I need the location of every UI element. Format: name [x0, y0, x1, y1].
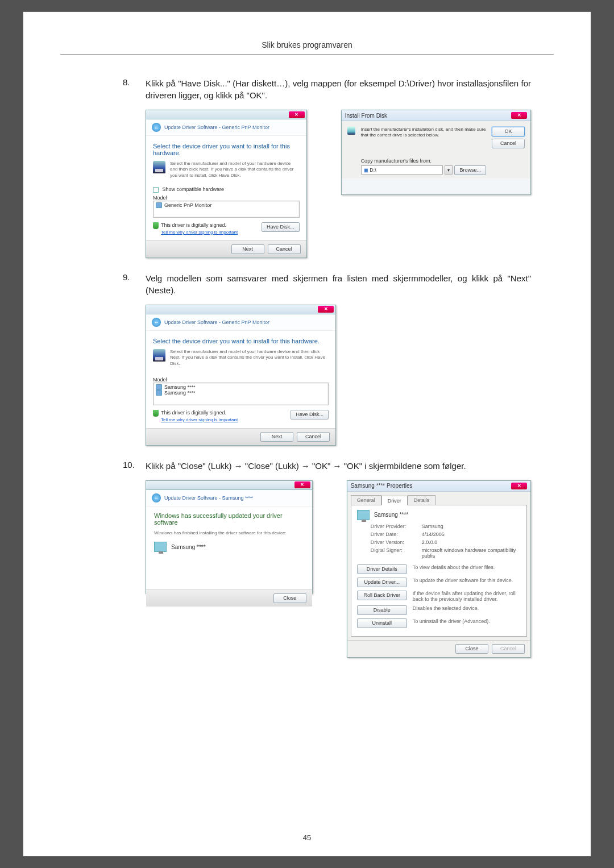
cancel-button[interactable]: Cancel — [268, 244, 301, 254]
path-value: D:\ — [370, 167, 376, 173]
list-item[interactable]: Samsung **** — [156, 384, 326, 390]
close-icon[interactable]: ✕ — [294, 481, 310, 488]
window-footer: Close — [146, 589, 312, 607]
window-update-driver: ✕ ← Update Driver Software - Generic PnP… — [146, 110, 307, 258]
device-name: Samsung **** — [374, 512, 409, 518]
provider-label: Driver Provider: — [371, 524, 422, 529]
next-button[interactable]: Next — [260, 432, 293, 442]
monitor-icon — [154, 542, 167, 552]
dialog-heading: Select the device driver you want to ins… — [153, 338, 329, 344]
figure-row-2: ✕ ← Update Driver Software - Generic PnP… — [146, 305, 531, 446]
next-button[interactable]: Next — [231, 244, 264, 254]
cancel-button[interactable]: Cancel — [297, 432, 330, 442]
chevron-down-icon[interactable]: ▾ — [445, 165, 453, 175]
breadcrumb: ← Update Driver Software - Generic PnP M… — [146, 314, 335, 331]
breadcrumb: ← Update Driver Software - Generic PnP M… — [146, 119, 306, 136]
disable-button[interactable]: Disable — [357, 605, 407, 615]
uninstall-button[interactable]: Uninstall — [357, 618, 407, 628]
signer-value: microsoft windows hardware compatibility… — [422, 547, 521, 559]
dialog-hint: Select the manufacturer and model of you… — [170, 349, 329, 367]
figure-row-1: ✕ ← Update Driver Software - Generic PnP… — [146, 110, 531, 258]
step-text: Velg modellen som samsvarer med skjermen… — [146, 272, 531, 296]
rollback-driver-desc: If the device fails after updating the d… — [413, 591, 521, 602]
list-item-label: Samsung **** — [164, 390, 196, 396]
signing-info-link[interactable]: Tell me why driver signing is important — [161, 417, 238, 422]
window-titlebar: ✕ — [146, 110, 306, 119]
back-icon[interactable]: ← — [152, 123, 161, 132]
window-update-driver-models: ✕ ← Update Driver Software - Generic PnP… — [146, 305, 336, 446]
list-item[interactable]: Generic PnP Monitor — [156, 202, 297, 208]
close-button[interactable]: Close — [273, 593, 306, 603]
model-list[interactable]: Generic PnP Monitor — [153, 201, 300, 218]
window-title: Install From Disk — [345, 113, 387, 119]
breadcrumb-text: Update Driver Software - Generic PnP Mon… — [164, 319, 269, 325]
dialog-hint: Select the manufacturer and model of you… — [170, 161, 300, 178]
close-icon[interactable]: ✕ — [318, 306, 334, 313]
close-icon[interactable]: ✕ — [289, 111, 305, 118]
update-driver-button[interactable]: Update Driver... — [357, 578, 407, 587]
window-titlebar: ✕ — [146, 305, 335, 314]
window-title: Samsung **** Properties — [351, 483, 413, 489]
window-body: Insert the manufacturer's installation d… — [342, 121, 530, 178]
date-value: 4/14/2005 — [422, 531, 521, 537]
list-item[interactable]: Samsung **** — [156, 390, 326, 396]
window-footer: Next Cancel — [146, 240, 306, 258]
folder-icon: ▣ — [364, 168, 368, 173]
step-number: 10. — [123, 460, 146, 472]
page-header: Slik brukes programvaren — [60, 40, 554, 55]
ifd-message: Insert the manufacturer's installation d… — [361, 127, 486, 139]
show-compatible-checkbox[interactable] — [153, 187, 159, 193]
date-label: Driver Date: — [371, 531, 422, 537]
have-disk-button[interactable]: Have Disk... — [291, 410, 329, 420]
disk-icon — [153, 161, 165, 173]
step-10: 10. Klikk på "Close" (Lukk) → "Close" (L… — [123, 460, 554, 472]
cancel-button: Cancel — [492, 644, 525, 654]
driver-info-grid: Driver Provider:Samsung Driver Date:4/14… — [371, 524, 521, 559]
window-titlebar: Samsung **** Properties ✕ — [347, 481, 530, 492]
success-heading: Windows has successfully updated your dr… — [154, 512, 304, 526]
copy-from-label: Copy manufacturer's files from: — [361, 158, 486, 164]
close-button[interactable]: Close — [455, 644, 488, 654]
step-8: 8. Klikk på "Have Disk..." (Har diskett…… — [123, 77, 554, 101]
close-icon[interactable]: ✕ — [511, 483, 527, 489]
show-compatible-label: Show compatible hardware — [163, 186, 225, 192]
tab-panel: Samsung **** Driver Provider:Samsung Dri… — [351, 505, 527, 637]
cancel-button[interactable]: Cancel — [492, 139, 525, 148]
signer-label: Digital Signer: — [371, 547, 422, 559]
tabs: General Driver Details — [351, 495, 530, 505]
window-titlebar: ✕ — [146, 481, 312, 490]
back-icon[interactable]: ← — [152, 493, 161, 502]
tab-general[interactable]: General — [351, 495, 381, 505]
figure-row-3: ✕ ← Update Driver Software - Samsung ***… — [146, 480, 531, 658]
success-subtext: Windows has finished installing the driv… — [154, 530, 304, 536]
signing-info-link[interactable]: Tell me why driver signing is important — [161, 230, 238, 235]
breadcrumb-text: Update Driver Software - Samsung **** — [164, 495, 253, 501]
shield-icon — [153, 410, 159, 417]
rollback-driver-button[interactable]: Roll Back Driver — [357, 591, 407, 600]
window-body: Windows has successfully updated your dr… — [146, 506, 312, 555]
ok-button[interactable]: OK — [492, 127, 525, 136]
disable-desc: Disables the selected device. — [413, 605, 521, 611]
model-list[interactable]: Samsung **** Samsung **** — [153, 383, 329, 405]
tab-details[interactable]: Details — [408, 495, 436, 505]
monitor-icon — [357, 510, 370, 520]
model-column-header: Model — [153, 377, 329, 383]
driver-details-desc: To view details about the driver files. — [413, 564, 521, 570]
page-number: 45 — [23, 833, 591, 842]
path-field[interactable]: ▣ D:\ — [361, 165, 443, 175]
browse-button[interactable]: Browse... — [454, 165, 486, 175]
disk-icon — [153, 349, 165, 362]
uninstall-desc: To uninstall the driver (Advanced). — [413, 618, 521, 624]
tab-driver[interactable]: Driver — [381, 496, 408, 505]
dialog-heading: Select the device driver you want to ins… — [153, 143, 300, 156]
driver-details-button[interactable]: Driver Details — [357, 564, 407, 574]
version-value: 2.0.0.0 — [422, 539, 521, 545]
have-disk-button[interactable]: Have Disk... — [262, 222, 300, 232]
list-item-label: Samsung **** — [164, 384, 196, 390]
back-icon[interactable]: ← — [152, 318, 161, 327]
monitor-icon — [156, 202, 162, 208]
close-icon[interactable]: ✕ — [511, 112, 527, 119]
window-body: Select the device driver you want to ins… — [146, 331, 335, 428]
window-device-properties: Samsung **** Properties ✕ General Driver… — [347, 480, 531, 658]
device-name: Samsung **** — [171, 544, 206, 550]
